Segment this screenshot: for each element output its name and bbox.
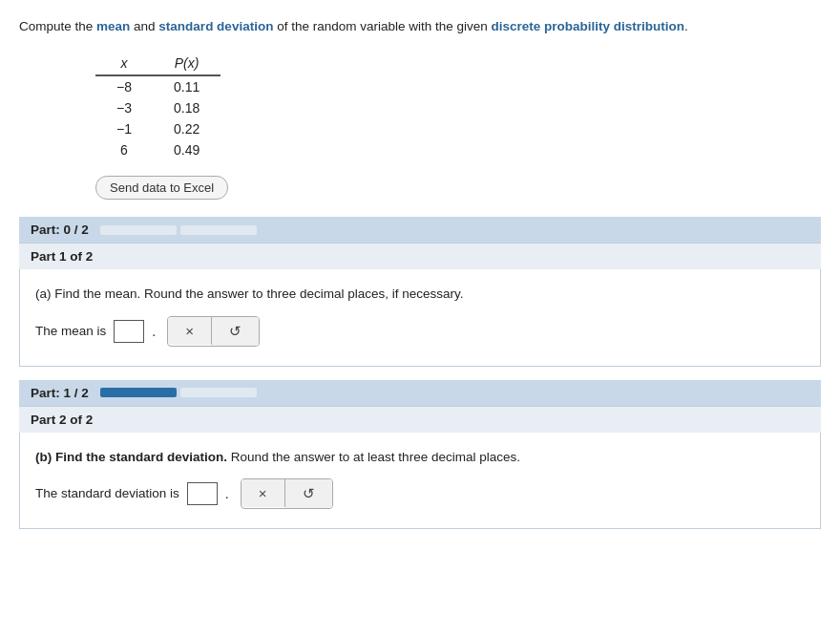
intro-end: . — [684, 19, 688, 33]
table-row: −30.18 — [95, 97, 220, 118]
part1-answer-input[interactable] — [114, 320, 144, 343]
send-excel-container: Send data to Excel — [95, 176, 821, 200]
table-row: −80.11 — [95, 75, 220, 97]
intro-highlight-dist: discrete probability distribution — [492, 19, 685, 33]
part1-undo-button[interactable]: ↺ — [212, 317, 259, 346]
part2-x-button[interactable]: × — [242, 479, 285, 507]
part1-answer-row: The mean is . × ↺ — [35, 316, 805, 347]
part1-instruction: (a) Find the mean. Round the answer to t… — [35, 285, 805, 304]
intro-text: Compute the mean and standard deviation … — [19, 17, 821, 36]
intro-middle2: of the random variable with the given — [273, 19, 491, 33]
part1-seg-empty — [180, 388, 257, 397]
part2-undo-button[interactable]: ↺ — [285, 479, 332, 508]
table-cell-x: −8 — [95, 75, 153, 97]
intro-highlight-std: standard deviation — [158, 19, 273, 33]
table-cell-px: 0.22 — [153, 118, 220, 139]
col-x-header: x — [95, 53, 153, 75]
part1-seg-filled — [100, 388, 177, 397]
part2-instruction-bold: (b) Find the standard deviation. — [35, 450, 227, 464]
part0-label: Part: 0 / 2 — [31, 223, 89, 237]
part1-instruction-text: (a) Find the mean. Round the answer to t… — [35, 286, 463, 301]
part1-progress-header: Part: 1 / 2 — [19, 380, 821, 406]
part2-section-label: Part 2 of 2 — [19, 406, 821, 433]
part2-instruction: (b) Find the standard deviation. Round t… — [35, 448, 805, 467]
send-excel-button[interactable]: Send data to Excel — [95, 176, 228, 200]
part2-answer-input[interactable] — [187, 482, 218, 505]
table-cell-px: 0.49 — [153, 139, 220, 160]
table-cell-px: 0.11 — [153, 75, 220, 97]
probability-table: x P(x) −80.11−30.18−10.2260.49 — [95, 53, 220, 160]
part0-header: Part: 0 / 2 — [19, 217, 821, 243]
part1-dot: . — [152, 324, 156, 339]
part2-answer-row: The standard deviation is . × ↺ — [35, 478, 805, 509]
part0-seg1 — [100, 225, 177, 235]
table-cell-px: 0.18 — [153, 97, 220, 118]
part1-content: (a) Find the mean. Round the answer to t… — [19, 269, 821, 366]
part1-x-button[interactable]: × — [168, 317, 212, 345]
part2-instruction-rest: Round the answer to at least three decim… — [227, 450, 520, 464]
part2-answer-label: The standard deviation is — [35, 486, 179, 500]
part0-seg2 — [180, 225, 257, 235]
intro-highlight-mean: mean — [96, 19, 130, 33]
table-row: −10.22 — [95, 118, 220, 139]
col-px-header: P(x) — [153, 53, 220, 75]
intro-middle1: and — [130, 19, 158, 33]
part1-action-group: × ↺ — [167, 316, 260, 347]
probability-table-container: x P(x) −80.11−30.18−10.2260.49 — [95, 53, 821, 160]
page-container: Compute the mean and standard deviation … — [0, 0, 840, 562]
part2-dot: . — [225, 486, 229, 501]
part2-action-group: × ↺ — [241, 478, 333, 509]
part1-progress-label: Part: 1 / 2 — [31, 386, 89, 400]
table-cell-x: 6 — [95, 139, 153, 160]
table-cell-x: −1 — [95, 118, 153, 139]
intro-before: Compute the — [19, 19, 96, 33]
part2-content: (b) Find the standard deviation. Round t… — [19, 433, 821, 529]
table-row: 60.49 — [95, 139, 220, 160]
part1-answer-label: The mean is — [35, 324, 106, 338]
part1-section-label: Part 1 of 2 — [19, 243, 821, 269]
part0-progress — [100, 225, 809, 235]
part1-progress-bar — [100, 388, 809, 397]
table-cell-x: −3 — [95, 97, 153, 118]
